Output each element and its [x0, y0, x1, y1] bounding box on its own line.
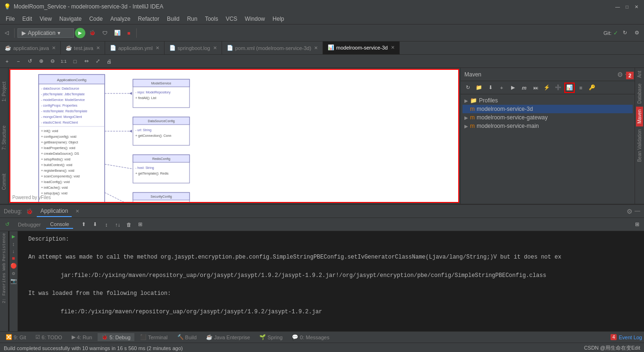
tab-application-java[interactable]: ☕ application.java ✕: [0, 42, 61, 54]
diag-actual-size[interactable]: 1:1: [58, 56, 69, 67]
maven-add-btn[interactable]: 📁: [474, 83, 484, 93]
diag-zoom-in[interactable]: +: [2, 56, 12, 67]
debug-down-btn[interactable]: ⬇: [90, 219, 100, 230]
maven-settings-icon[interactable]: ⚙: [617, 71, 623, 78]
tab-diagram-close[interactable]: ✕: [391, 45, 395, 50]
menu-item-edit[interactable]: Edit: [18, 15, 36, 23]
tab-log-close[interactable]: ✕: [213, 45, 217, 50]
title-bar-controls[interactable]: — □ ✕: [614, 3, 640, 10]
debug-up-btn[interactable]: ⬆: [79, 219, 89, 230]
diag-print[interactable]: 🖨: [104, 56, 114, 67]
debug-clear-btn[interactable]: 🗑: [124, 219, 134, 230]
menu-item-help[interactable]: Help: [269, 15, 288, 23]
bottom-tab-messages[interactable]: 💬 0: Messages: [288, 333, 333, 341]
tab-test-java[interactable]: ☕ test.java ✕: [61, 42, 105, 54]
maven-m-btn[interactable]: m: [519, 83, 529, 93]
database-strip[interactable]: Database: [636, 81, 643, 107]
maven-icon-btn[interactable]: ➕: [553, 83, 563, 93]
debug-app-close[interactable]: ✕: [75, 209, 79, 214]
tab-pom-close[interactable]: ✕: [314, 45, 318, 50]
sidebar-structure[interactable]: 7: Structure: [1, 124, 7, 152]
maven-download-btn[interactable]: ⬇: [485, 83, 495, 93]
maven-item-main[interactable]: ▶ m modelroom-service-main: [462, 122, 633, 130]
debug-minimize-icon[interactable]: —: [635, 208, 640, 215]
bottom-tab-git[interactable]: 🔀 9: Git: [2, 333, 30, 341]
debug-tab-debugger[interactable]: Debugger: [14, 221, 44, 228]
diagram-area[interactable]: ApplicationConfig - dataSource: DataSour…: [9, 69, 459, 203]
tab-pom-xml[interactable]: 📄 pom.xml (modelroom-service-3d) ✕: [222, 42, 323, 54]
tab-test-close[interactable]: ✕: [96, 45, 100, 50]
maven-settings-btn[interactable]: ≡: [576, 83, 586, 93]
debug-restart-btn[interactable]: ↺: [2, 219, 12, 230]
resume-btn[interactable]: ▶: [12, 233, 15, 240]
maven-plus-btn[interactable]: +: [496, 83, 507, 93]
stop-debug-btn[interactable]: ■: [12, 256, 15, 261]
diag-expand[interactable]: ⊕: [36, 56, 46, 67]
menu-item-window[interactable]: Window: [241, 15, 269, 23]
debug-tab-console[interactable]: Console: [46, 220, 73, 229]
persistence-label[interactable]: Persistence: [2, 233, 7, 261]
diag-fit[interactable]: □: [70, 56, 80, 67]
event-log-area[interactable]: 4 Event Log: [611, 334, 642, 340]
tab-application-yml[interactable]: 📄 application.yml ✕: [105, 42, 165, 54]
settings-debug-btn[interactable]: ⚙: [12, 270, 15, 277]
debug-sort-btn[interactable]: ↑↓: [113, 219, 123, 230]
debug-button[interactable]: 🐞: [86, 28, 99, 37]
profile-button[interactable]: 📊: [111, 28, 124, 37]
debug-settings-icon[interactable]: ⚙: [627, 208, 633, 215]
bottom-tab-run[interactable]: ▶ 4: Run: [68, 333, 96, 341]
bean-validation-strip[interactable]: Bean Validation: [636, 126, 643, 165]
debug-step-btn[interactable]: ↕: [101, 219, 112, 230]
sidebar-commit[interactable]: Commit: [1, 172, 7, 192]
debug-fullscreen-btn[interactable]: ⊞: [632, 219, 642, 230]
step-over-btn[interactable]: ↕: [12, 242, 15, 247]
maven-skip-btn[interactable]: ⏭: [530, 83, 541, 93]
minimize-button[interactable]: —: [614, 3, 621, 10]
git-sync-icon[interactable]: ↻: [620, 28, 630, 37]
bottom-tab-build[interactable]: 🔨 Build: [173, 333, 200, 341]
maven-strip[interactable]: Maven: [636, 107, 643, 126]
menu-item-code[interactable]: Code: [85, 15, 107, 23]
maven-diagram-btn[interactable]: 📊: [564, 83, 575, 93]
debug-content[interactable]: Persistence Web 2: Favorites ▶ ↕ ↓ ■ 🔴 ⚙…: [0, 231, 644, 331]
run-button[interactable]: ▶: [75, 28, 85, 38]
menu-item-analyze[interactable]: Analyze: [107, 15, 134, 23]
diag-collapse[interactable]: ⊖: [47, 56, 58, 67]
menu-item-vcs[interactable]: VCS: [222, 15, 241, 23]
maven-key-btn[interactable]: 🔑: [587, 83, 597, 93]
tab-close-icon[interactable]: ✕: [52, 45, 56, 50]
maven-item-3d[interactable]: ▶ m modelroom-service-3d: [462, 105, 633, 113]
step-into-btn[interactable]: ↓: [12, 249, 15, 254]
coverage-button[interactable]: 🛡: [99, 29, 110, 37]
favorites-label[interactable]: 2: Favorites: [2, 273, 7, 303]
stop-button[interactable]: ■: [124, 29, 133, 37]
bottom-tab-terminal[interactable]: ⬛ Terminal: [136, 333, 172, 341]
menu-item-build[interactable]: Build: [163, 15, 183, 23]
maximize-button[interactable]: □: [623, 3, 631, 10]
menu-item-view[interactable]: View: [36, 15, 56, 23]
web-label[interactable]: Web: [2, 263, 7, 270]
mute-btn[interactable]: 🔴: [10, 263, 17, 269]
maven-item-gateway[interactable]: ▶ m modelroom-service-gateway: [462, 113, 633, 122]
maven-run-btn[interactable]: ▶: [508, 83, 518, 93]
profiles-item[interactable]: ▶ 📁 Profiles: [462, 96, 633, 105]
bottom-tab-todo[interactable]: ☑ 6: TODO: [32, 333, 66, 341]
maven-threads-btn[interactable]: ⚡: [542, 83, 552, 93]
back-button[interactable]: ◁: [2, 28, 11, 37]
tab-yml-close[interactable]: ✕: [156, 45, 159, 50]
run-config-selector[interactable]: ▶ Application ▾: [17, 28, 74, 38]
tab-springboot-log[interactable]: 📄 springboot.log ✕: [165, 42, 222, 54]
bottom-tab-debug[interactable]: 🐞 5: Debug: [98, 333, 134, 341]
debug-layout-btn[interactable]: ⊞: [135, 219, 146, 230]
menu-item-refactor[interactable]: Refactor: [134, 15, 163, 23]
settings-button[interactable]: ⚙: [632, 28, 642, 37]
camera-btn[interactable]: 📷: [10, 278, 17, 284]
bottom-tab-spring[interactable]: 🌱 Spring: [256, 333, 286, 341]
diag-zoom-out[interactable]: −: [13, 56, 24, 67]
menu-item-tools[interactable]: Tools: [201, 15, 222, 23]
sidebar-project[interactable]: 1: Project: [1, 80, 7, 103]
debug-app-tab[interactable]: Application: [37, 206, 72, 217]
diag-layout[interactable]: ⤢: [92, 56, 103, 67]
maven-refresh-btn[interactable]: ↻: [462, 83, 473, 93]
menu-item-file[interactable]: File: [2, 15, 18, 23]
